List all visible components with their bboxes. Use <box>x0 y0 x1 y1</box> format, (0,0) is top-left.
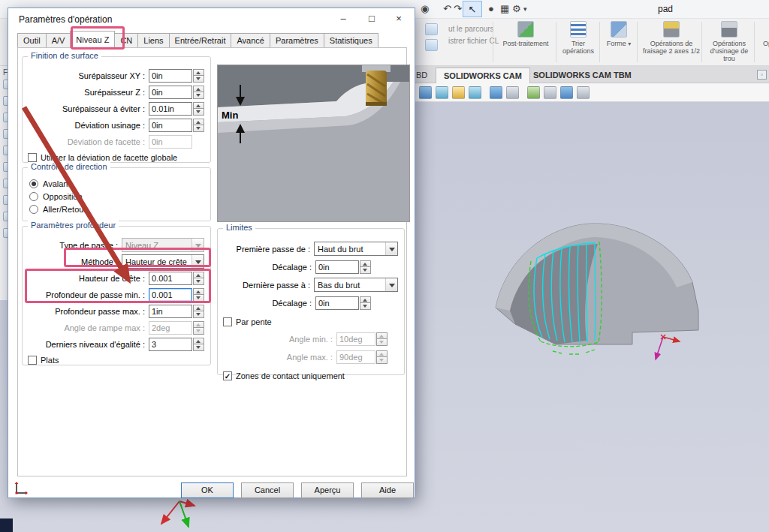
tab-niveau-z[interactable]: Niveau Z <box>70 31 115 48</box>
cam-tool-icon[interactable] <box>506 86 519 99</box>
cam-tool-icon[interactable] <box>560 86 573 99</box>
cam-tool-icon[interactable] <box>452 86 465 99</box>
facet-deviation-global-checkbox[interactable] <box>28 153 37 162</box>
field-row: Profondeur passe max. : 1in <box>26 304 204 318</box>
radio-row: Avalant <box>29 177 204 190</box>
spinner[interactable] <box>360 296 371 310</box>
pin-icon[interactable]: ▫ <box>757 70 767 80</box>
post-process-icon <box>517 21 534 38</box>
spinner-up-icon <box>193 305 204 312</box>
spinner[interactable] <box>193 86 204 99</box>
hole-machining-operations-button[interactable]: Opérations d'usinage de trou <box>704 21 754 62</box>
flats-checkbox[interactable] <box>28 356 37 365</box>
select-tool-button[interactable]: ↖ <box>463 1 482 17</box>
radio-aller-retour[interactable] <box>29 205 38 214</box>
avoid-allowance-input[interactable]: 0.01in <box>149 102 192 116</box>
undo-icon[interactable]: ↶ <box>443 3 451 14</box>
tab-solidworks-cam[interactable]: SOLIDWORKS CAM <box>436 68 530 83</box>
simulate-toolpath-label-fragment[interactable]: ut le parcours <box>448 25 494 33</box>
sort-operations-button[interactable]: Trier opérations <box>559 21 598 55</box>
scallop-height-input[interactable]: 0.001 <box>149 272 192 285</box>
spinner[interactable] <box>193 69 204 83</box>
allowance-z-input[interactable]: 0in <box>149 86 192 99</box>
spinner[interactable] <box>193 288 204 302</box>
field-row: Angle max. : 90deg <box>221 350 398 364</box>
gear-icon[interactable]: ⚙ <box>512 3 521 14</box>
forme-button[interactable]: Forme ▾ <box>602 21 635 48</box>
cam-tool-icon[interactable] <box>469 86 481 99</box>
redo-icon[interactable]: ↷ <box>454 3 462 14</box>
cam-tool-icon[interactable] <box>577 86 590 99</box>
field-row: Surépaisseur XY : 0in <box>26 68 204 83</box>
grid-icon[interactable]: ▦ <box>500 3 509 14</box>
milling-25axis-operations-button[interactable]: Opérations de fraisage 2 axes 1/2 <box>640 21 703 55</box>
cam-tool-icon[interactable] <box>419 86 432 99</box>
operation-parameters-dialog: Paramètres d'opération – □ × Outil A/V N… <box>8 8 415 498</box>
minimize-button[interactable]: – <box>329 9 357 29</box>
cam-tool-icon[interactable] <box>490 86 502 99</box>
last-pass-select[interactable]: Bas du brut <box>314 278 398 292</box>
equal-levels-input[interactable]: 3 <box>149 338 192 351</box>
maximize-button[interactable]: □ <box>357 9 386 29</box>
ok-button[interactable]: OK <box>181 482 234 498</box>
spinner-up-icon <box>376 350 388 358</box>
field-label: Profondeur de passe min. : <box>26 290 149 299</box>
radio-avalant[interactable] <box>29 179 38 188</box>
chevron-down-icon[interactable]: ▾ <box>523 5 527 13</box>
field-row: Méthode : Hauteur de crête <box>26 254 204 269</box>
field-row: Angle min. : 10deg <box>221 332 398 346</box>
tab-av[interactable]: A/V <box>46 33 71 48</box>
chevron-down-icon <box>191 239 204 251</box>
tab-solidworks-cam-tbm[interactable]: SOLIDWORKS CAM TBM <box>526 68 639 83</box>
simulate-toolpath-icon[interactable] <box>425 23 438 35</box>
field-row: Profondeur de passe min. : 0.001 <box>26 287 204 302</box>
tab-outil[interactable]: Outil <box>17 33 47 48</box>
method-select[interactable]: Hauteur de crête <box>122 254 204 269</box>
machining-deviation-input[interactable]: 0in <box>149 119 192 132</box>
field-label: Déviation usinage : <box>26 121 149 130</box>
post-process-button[interactable]: Post-traitement <box>497 21 554 47</box>
cam-tool-icon[interactable] <box>436 86 448 99</box>
spinner[interactable] <box>193 102 204 116</box>
group-title: Limites <box>223 223 255 232</box>
tab-cn[interactable]: CN <box>114 33 138 48</box>
radio-opposition[interactable] <box>29 192 38 201</box>
spinner[interactable] <box>193 305 204 318</box>
tab-avance[interactable]: Avancé <box>231 33 270 48</box>
first-pass-offset-input[interactable]: 0in <box>315 260 359 274</box>
eye-icon[interactable]: ◉ <box>421 3 429 14</box>
chevron-down-icon <box>191 255 204 268</box>
last-pass-offset-input[interactable]: 0in <box>315 296 359 310</box>
sphere-icon[interactable]: ● <box>488 3 494 14</box>
spinner[interactable] <box>360 260 371 274</box>
cam-tool-icon[interactable] <box>544 86 556 99</box>
max-ramp-angle-input: 2deg <box>149 321 192 335</box>
allowance-xy-input[interactable]: 0in <box>149 69 192 83</box>
spinner-up-icon <box>193 69 204 77</box>
spinner[interactable] <box>193 119 204 132</box>
spinner-down-icon <box>193 92 204 99</box>
first-pass-select[interactable]: Haut du brut <box>314 242 398 256</box>
tab-parametres[interactable]: Paramètres <box>270 33 324 48</box>
save-cl-file-label-fragment[interactable]: istrer fichier CL <box>448 37 499 45</box>
max-cut-depth-input[interactable]: 1in <box>149 305 192 318</box>
spinner-up-icon <box>193 338 204 345</box>
origin-triad <box>154 495 201 531</box>
preview-button[interactable]: Aperçu <box>301 482 354 498</box>
par-pente-checkbox[interactable] <box>223 317 232 326</box>
checkbox-row: Plats <box>28 354 204 366</box>
tab-liens[interactable]: Liens <box>137 33 169 48</box>
spinner-down-icon <box>360 267 371 274</box>
min-cut-depth-input[interactable]: 0.001 <box>149 288 192 302</box>
operations-button-clipped[interactable]: Opérations <box>757 21 769 47</box>
cam-tool-icon[interactable] <box>527 86 540 99</box>
close-button[interactable]: × <box>384 9 413 29</box>
spinner[interactable] <box>193 272 204 285</box>
cancel-button[interactable]: Cancel <box>241 482 294 498</box>
help-button[interactable]: Aide <box>361 482 414 498</box>
spinner[interactable] <box>193 338 204 351</box>
tab-entree-retrait[interactable]: Entrée/Retrait <box>169 33 232 48</box>
contact-zones-checkbox[interactable]: ✓ <box>223 371 232 380</box>
tab-statistiques[interactable]: Statistiques <box>324 33 378 48</box>
save-cl-file-icon[interactable] <box>425 39 438 51</box>
